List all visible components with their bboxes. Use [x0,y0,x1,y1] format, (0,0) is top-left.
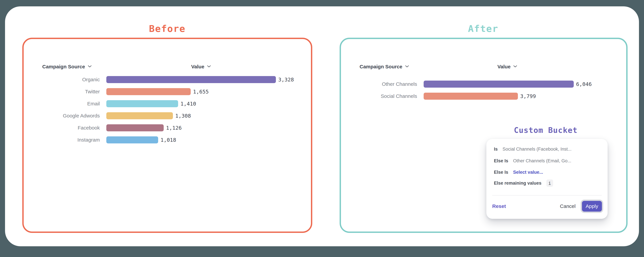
table-row: Facebook 1,126 [24,124,182,131]
row-value: 3,799 [520,93,536,99]
bar-twitter [106,88,191,95]
table-row: Organic 3,328 [24,76,294,83]
row-label: Instagram [24,137,100,143]
bar-email [106,100,178,107]
row-label: Twitter [24,89,100,94]
popup-footer: Reset Cancel Apply [492,199,603,213]
content-card: Before After Campaign Source Value Organ… [5,6,639,246]
after-value-header[interactable]: Value [498,63,517,70]
bucket-value-selector[interactable]: Social Channels (Facebook, Inst... [502,147,572,152]
row-value: 1,410 [180,101,196,107]
bucket-rule-row: Is Social Channels (Facebook, Inst... [494,145,572,153]
row-value: 1,308 [175,113,191,119]
condition-label: Else Is [494,170,508,175]
custom-bucket-dialog: Is Social Channels (Facebook, Inst... El… [486,139,608,219]
before-panel: Campaign Source Value Organic 3,328 Twit… [22,38,312,233]
apply-button[interactable]: Apply [582,201,602,212]
info-icon[interactable]: i [546,179,553,187]
bucket-rule-row: Else remaining values i [494,179,553,187]
condition-label: Is [494,147,498,152]
condition-label: Else Is [494,158,508,164]
comparison-screenshot: Before After Campaign Source Value Organ… [0,0,644,257]
after-campaign-source-header-label: Campaign Source [360,64,402,69]
after-title: After [468,23,498,34]
bucket-rule-row: Else Is Select value... [494,169,543,176]
apply-button-focus-ring: Apply [580,200,603,213]
after-campaign-source-header[interactable]: Campaign Source [360,63,409,70]
row-value: 1,018 [160,137,176,143]
table-row: Google Adwords 1,308 [24,112,191,119]
popup-divider [492,195,602,196]
before-campaign-source-header[interactable]: Campaign Source [42,63,92,70]
before-value-header-label: Value [191,64,204,69]
row-label: Email [24,101,100,107]
before-title: Before [149,23,185,34]
select-value-link[interactable]: Select value... [513,170,543,175]
before-value-header[interactable]: Value [191,63,211,70]
row-label: Google Adwords [24,113,100,119]
chevron-down-icon [405,65,409,68]
table-row: Email 1,410 [24,100,196,107]
chevron-down-icon [207,65,211,68]
bar-instagram [106,136,158,143]
cancel-button[interactable]: Cancel [560,203,576,209]
bucket-rule-row: Else Is Other Channels (Email, Go... [494,157,571,165]
chevron-down-icon [88,65,92,68]
chevron-down-icon [513,65,517,68]
bar-other-channels [424,81,574,88]
row-label: Other Channels [341,81,417,87]
row-value: 3,328 [278,77,294,83]
table-row: Instagram 1,018 [24,136,176,143]
bar-google-adwords [106,112,173,119]
before-campaign-source-header-label: Campaign Source [42,64,85,69]
bar-social-channels [424,93,518,100]
after-value-header-label: Value [498,64,510,69]
table-row: Twitter 1,655 [24,88,209,95]
row-value: 6,046 [576,81,592,87]
row-label: Organic [24,77,100,82]
bucket-value-selector[interactable]: Other Channels (Email, Go... [513,158,572,164]
row-label: Facebook [24,125,100,131]
table-row: Other Channels 6,046 [341,81,592,88]
bar-organic [106,76,276,83]
condition-label: Else remaining values [494,181,542,186]
bar-facebook [106,124,164,131]
reset-button[interactable]: Reset [492,203,506,209]
table-row: Social Channels 3,799 [341,93,536,100]
row-value: 1,655 [193,89,209,95]
row-value: 1,126 [166,125,182,131]
row-label: Social Channels [341,93,417,99]
custom-bucket-title: Custom Bucket [514,126,578,135]
